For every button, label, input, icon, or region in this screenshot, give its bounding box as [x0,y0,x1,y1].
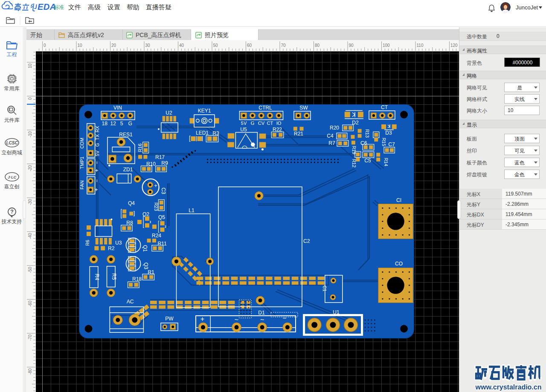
svg-text:COM: COM [79,138,84,149]
svg-text:R1: R1 [148,269,154,275]
svg-text:Q3: Q3 [143,262,149,269]
svg-text:?: ? [10,208,14,215]
svg-text:G: G [251,121,255,126]
svg-text:0: 0 [44,43,46,48]
svg-text:5V: 5V [95,150,100,156]
svg-text:RES1: RES1 [119,132,133,138]
svg-text:5V: 5V [241,121,247,126]
svg-text:-70: -70 [28,334,32,341]
svg-text:~: ~ [260,316,264,323]
svg-text:-30: -30 [28,199,32,205]
svg-text:C1: C1 [322,285,327,291]
svg-text:U5: U5 [240,127,247,133]
svg-text:R18: R18 [132,276,142,282]
svg-text:0: 0 [28,97,32,100]
svg-text:R19: R19 [351,146,357,154]
svg-text:R5: R5 [111,273,117,280]
svg-text:30: 30 [145,43,151,48]
svg-text:+: + [94,188,100,191]
svg-text:~: ~ [235,316,238,323]
svg-text:AC: AC [127,299,134,305]
svg-text:PW: PW [165,316,174,322]
svg-text:IO: IO [276,121,282,126]
svg-text:R2: R2 [108,245,115,251]
svg-text:C3: C3 [160,187,166,194]
svg-text:70: 70 [281,43,286,48]
svg-text:+: + [200,315,204,323]
svg-text:C4: C4 [327,133,334,139]
svg-text:TMP1: TMP1 [79,156,84,169]
svg-text:−: − [94,179,100,182]
svg-text:C6: C6 [360,140,367,146]
svg-text:R17: R17 [155,154,165,160]
svg-text:R24: R24 [152,233,161,239]
svg-text:60: 60 [247,43,252,48]
svg-text:D1: D1 [258,310,265,316]
svg-text:+: + [154,182,157,189]
svg-text:100: 100 [383,43,390,48]
svg-text:-10: -10 [28,131,32,138]
svg-text:18: 18 [102,121,108,127]
svg-text:R4: R4 [94,274,100,280]
svg-text:Q1: Q1 [142,245,148,252]
svg-text:-40: -40 [28,233,32,239]
svg-text:+: + [94,169,100,172]
svg-text:TX: TX [95,134,100,140]
svg-text:120: 120 [450,43,458,48]
svg-text:R13: R13 [365,129,370,138]
svg-text:110: 110 [417,43,424,48]
svg-text:CO: CO [395,261,403,267]
svg-text:-20: -20 [28,165,32,171]
svg-text:U3: U3 [115,240,122,246]
svg-text:CT: CT [381,104,388,110]
svg-text:CI: CI [396,197,401,203]
svg-text:R14: R14 [383,158,389,166]
svg-text:R20: R20 [330,125,339,131]
svg-text:R6: R6 [85,240,90,246]
svg-text:LED1: LED1 [196,130,209,136]
svg-text:90: 90 [349,43,354,48]
svg-text:R21: R21 [294,131,303,137]
svg-text:C5: C5 [364,158,371,164]
svg-text:−: − [282,314,286,322]
svg-text:J·LC: J·LC [8,175,17,179]
svg-text:-80: -80 [28,368,32,375]
svg-text:-50: -50 [28,267,32,273]
svg-text:RX: RX [95,126,100,133]
svg-text:20: 20 [111,43,116,48]
svg-text:CV: CV [258,121,265,126]
svg-text:ZD1: ZD1 [123,167,133,173]
svg-text:KEY1: KEY1 [198,108,211,114]
svg-text:80: 80 [315,43,320,48]
svg-text:-60: -60 [28,300,32,307]
svg-text:C2: C2 [303,238,310,244]
svg-text:R7: R7 [328,140,335,146]
svg-text:R15: R15 [381,138,386,146]
svg-text:R16: R16 [137,144,142,152]
svg-text:D3: D3 [385,130,392,136]
svg-text:FAN: FAN [79,180,84,189]
svg-text:SW: SW [299,105,308,111]
svg-text:U2: U2 [166,110,172,116]
svg-text:10: 10 [78,43,83,48]
svg-text:G: G [128,121,132,127]
svg-text:40: 40 [179,43,184,48]
svg-text:5: 5 [120,121,123,127]
svg-text:CTRL: CTRL [258,105,272,111]
svg-text:www.crystalradio.cn: www.crystalradio.cn [475,383,542,391]
svg-text:G: G [95,143,100,147]
svg-text:10: 10 [28,63,32,69]
svg-text:Q4: Q4 [128,200,135,206]
svg-text:12: 12 [110,121,116,127]
svg-text:−: − [94,161,100,164]
svg-text:R23: R23 [154,202,159,211]
svg-text:VIN: VIN [113,105,122,111]
svg-text:R12: R12 [351,159,357,167]
svg-text:R11: R11 [157,241,166,247]
svg-text:Q5: Q5 [158,214,165,220]
svg-text:50: 50 [213,43,218,48]
svg-text:C7: C7 [388,141,395,147]
svg-text:CT: CT [267,121,273,126]
svg-text:R22: R22 [273,127,282,133]
svg-text:R9: R9 [161,160,168,166]
